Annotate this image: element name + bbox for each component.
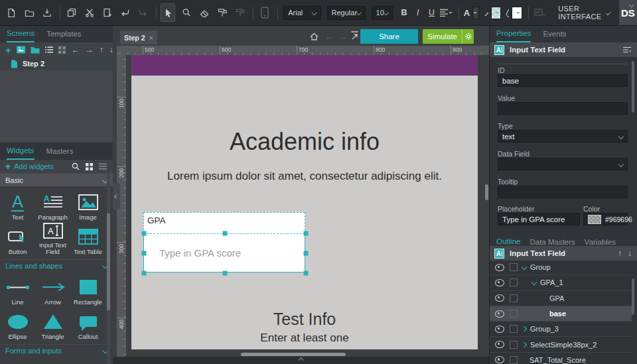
- close-icon[interactable]: ×: [149, 34, 153, 42]
- placeholder-input[interactable]: Type in GPA score: [498, 213, 580, 225]
- add-screen-button[interactable]: +: [5, 44, 11, 56]
- type-select[interactable]: text: [498, 130, 628, 143]
- nav-back-icon[interactable]: ←: [324, 32, 334, 41]
- tab-templates[interactable]: Templates: [46, 27, 81, 42]
- grid-view-icon[interactable]: [58, 46, 66, 54]
- tab-events[interactable]: Events: [543, 27, 566, 42]
- select-checkbox[interactable]: [510, 263, 518, 271]
- widget-triangle[interactable]: Triangle: [35, 307, 70, 341]
- widget-paragraph[interactable]: AParagraph: [35, 188, 70, 222]
- scrollbar-thumb[interactable]: [107, 213, 110, 310]
- select-checkbox[interactable]: [510, 310, 518, 318]
- simulate-button[interactable]: Simulate: [423, 29, 462, 44]
- widgets-scrollbar[interactable]: [107, 174, 110, 364]
- widget-ellipse[interactable]: Ellipse: [0, 307, 35, 341]
- zoom-icon[interactable]: [180, 4, 193, 21]
- canvas-tab-step2[interactable]: Step 2 ×: [120, 30, 157, 44]
- cut-scissors-icon[interactable]: [83, 4, 96, 21]
- visibility-eye-icon[interactable]: [495, 294, 504, 302]
- fill-color-swatch[interactable]: [512, 7, 522, 19]
- sidebar-collapse-handle[interactable]: [113, 183, 120, 210]
- visibility-eye-icon[interactable]: [495, 310, 504, 318]
- select-checkbox[interactable]: [510, 356, 518, 364]
- selection-handle[interactable]: [142, 251, 147, 256]
- new-file-icon[interactable]: [5, 4, 18, 21]
- outline-row-SAT_Total_Score[interactable]: SAT_Total_Score: [490, 353, 632, 364]
- page-subheading[interactable]: Lorem ipsum dolor sit amet, consectetur …: [131, 170, 478, 183]
- add-image-screen-icon[interactable]: [17, 46, 25, 54]
- widgets-list-view-icon[interactable]: [99, 163, 107, 170]
- tab-widgets[interactable]: Widgets: [7, 143, 35, 160]
- prototype-page[interactable]: Academic info Lorem ipsum dolor sit amet…: [131, 55, 478, 349]
- widget-text-table[interactable]: Text Table: [70, 222, 106, 257]
- gpa-label[interactable]: GPA: [147, 215, 166, 225]
- selection-handle[interactable]: [304, 231, 309, 236]
- underline-button[interactable]: U: [429, 8, 435, 17]
- properties-scrollbar-thumb[interactable]: [632, 61, 634, 113]
- device-icon[interactable]: [258, 4, 271, 21]
- selection-handle[interactable]: [223, 271, 228, 276]
- outline-row-SelectSimple38px_2[interactable]: SelectSimple38px_2: [490, 337, 632, 352]
- tab-screens[interactable]: Screens: [7, 26, 35, 42]
- gpa-input-field[interactable]: Type in GPA score: [143, 233, 305, 273]
- page-subheading-2[interactable]: Enter at least one: [131, 332, 478, 345]
- tab-masters[interactable]: Masters: [46, 144, 74, 159]
- widget-input-text-field[interactable]: AInput Text Field: [35, 222, 70, 257]
- outline-scrollbar-thumb[interactable]: [632, 278, 634, 315]
- select-checkbox[interactable]: [510, 341, 518, 349]
- search-icon[interactable]: [72, 162, 80, 170]
- duplicate-icon[interactable]: [65, 4, 78, 21]
- fill-color-button[interactable]: [506, 4, 522, 21]
- data-field-select[interactable]: [498, 158, 628, 170]
- widget-section-header[interactable]: Basic: [0, 173, 113, 186]
- chevron-down-icon[interactable]: [531, 280, 537, 285]
- import-icon[interactable]: [40, 4, 54, 21]
- font-size-select[interactable]: 10: [372, 6, 393, 20]
- font-family-select[interactable]: Arial: [283, 6, 320, 20]
- select-checkbox[interactable]: [510, 278, 518, 286]
- selection-handle[interactable]: [304, 271, 309, 276]
- widget-image[interactable]: Image: [70, 188, 106, 222]
- widget-section-header[interactable]: Lines and shapes: [0, 259, 113, 271]
- undo-icon[interactable]: [119, 4, 132, 21]
- user-avatar[interactable]: DS: [619, 0, 637, 25]
- text-color-button[interactable]: A: [464, 4, 480, 21]
- visibility-eye-icon[interactable]: [495, 341, 504, 348]
- bottom-panel-toggle[interactable]: [113, 357, 489, 364]
- widgets-grid-view-icon[interactable]: [86, 163, 93, 170]
- format-painter-icon[interactable]: [234, 4, 247, 21]
- gpa-widget-group[interactable]: GPA Type in GPA score: [143, 212, 305, 273]
- share-button[interactable]: Share: [360, 29, 418, 44]
- library-icon[interactable]: [533, 4, 546, 21]
- selection-handle[interactable]: [223, 231, 228, 236]
- vertical-scrollbar-thumb[interactable]: [485, 184, 488, 200]
- border-color-button[interactable]: [484, 4, 501, 21]
- eraser-icon[interactable]: [198, 4, 211, 21]
- add-widgets-plus-icon[interactable]: +: [5, 161, 11, 172]
- move-down-icon[interactable]: ↓: [628, 249, 632, 258]
- border-color-swatch[interactable]: [491, 7, 502, 19]
- chevron-right-icon[interactable]: [522, 326, 527, 332]
- color-swatch[interactable]: [588, 215, 601, 224]
- bold-button[interactable]: B: [401, 8, 407, 17]
- text-color-swatch[interactable]: [472, 7, 479, 19]
- widget-text[interactable]: AText: [0, 188, 35, 222]
- chevron-right-icon[interactable]: [522, 341, 527, 347]
- open-folder-icon[interactable]: [23, 4, 36, 21]
- workspace-select[interactable]: USER INTERFACE: [558, 5, 601, 21]
- italic-button[interactable]: I: [416, 8, 421, 17]
- widget-button[interactable]: Button: [0, 222, 35, 257]
- widget-rectangle[interactable]: Rectangle: [70, 273, 106, 307]
- visibility-eye-icon[interactable]: [495, 279, 504, 286]
- selection-handle[interactable]: [304, 251, 309, 256]
- properties-menu-icon[interactable]: [622, 46, 632, 53]
- outline-row-GPA[interactable]: GPA: [490, 291, 632, 306]
- add-widgets-label[interactable]: Add widgets: [14, 162, 72, 170]
- nav-back-icon[interactable]: ←: [72, 45, 80, 54]
- add-folder-icon[interactable]: [31, 46, 40, 54]
- simulate-settings-button[interactable]: [462, 29, 474, 44]
- page-heading[interactable]: Academic info: [131, 128, 478, 156]
- select-cursor-icon[interactable]: [161, 3, 175, 22]
- export-screen-icon[interactable]: [350, 30, 360, 42]
- nav-forward-icon[interactable]: →: [338, 32, 348, 41]
